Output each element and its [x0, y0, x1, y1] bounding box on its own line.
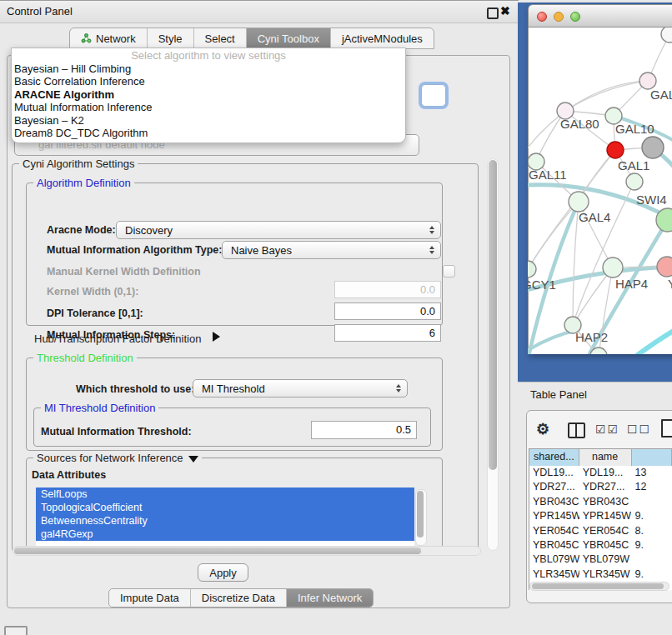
- network-icon: [81, 33, 92, 43]
- settings-vertical-scrollbar[interactable]: [487, 158, 499, 551]
- network-edge: [565, 81, 648, 111]
- table-cell: YBL079W: [529, 552, 579, 567]
- table-cell: 12: [631, 480, 672, 494]
- table-row[interactable]: YLR345WYLR345W9.: [529, 568, 672, 582]
- table-header: shared...name: [529, 449, 672, 466]
- columns-icon-divider: [575, 424, 577, 437]
- tab-discretize-data[interactable]: Discretize Data: [190, 589, 286, 607]
- combo-arrows-icon: [429, 246, 434, 254]
- network-window-titlebar[interactable]: [528, 4, 672, 28]
- mi-threshold-field[interactable]: 0.5: [311, 421, 417, 439]
- tab-jactivemnodules[interactable]: jActiveMNodules: [330, 28, 434, 48]
- attribute-item-topologicalcoefficient[interactable]: TopologicalCoefficient: [36, 501, 414, 514]
- aracne-mode-combobox[interactable]: Discovery: [116, 221, 441, 239]
- node-label: GAL11: [529, 168, 567, 182]
- tab-network[interactable]: Network: [70, 28, 147, 48]
- node-gal1[interactable]: [607, 142, 624, 158]
- attribute-item-gal4rgexp[interactable]: gal4RGexp: [36, 528, 414, 541]
- minimized-frame-icon[interactable]: [4, 626, 28, 635]
- node-hap4[interactable]: [603, 258, 623, 278]
- table-row[interactable]: YDR27...YDR27...12: [529, 480, 672, 494]
- document-icon[interactable]: [661, 419, 672, 438]
- which-threshold-combobox[interactable]: MI Threshold: [193, 379, 408, 398]
- tab-impute-data[interactable]: Impute Data: [109, 589, 190, 607]
- algorithm-option-aracne-algorithm[interactable]: ARACNE Algorithm: [12, 88, 405, 101]
- scrollbar-thumb[interactable]: [417, 491, 424, 538]
- dpi-tolerance-field[interactable]: 0.0: [334, 302, 441, 320]
- zoom-traffic-light[interactable]: [570, 12, 580, 22]
- table-cell: [631, 552, 672, 567]
- column-header-clipped[interactable]: [632, 449, 672, 466]
- tab-cyni-toolbox[interactable]: Cyni Toolbox: [246, 28, 330, 48]
- table-cell: YBR043C: [579, 495, 632, 509]
- deselect-all-checkboxes-icon[interactable]: ☐☐: [627, 422, 651, 436]
- minimize-traffic-light[interactable]: [554, 12, 564, 22]
- node-gcy1[interactable]: [528, 261, 536, 278]
- collapse-arrow-icon[interactable]: [188, 456, 198, 462]
- tab-style[interactable]: Style: [147, 28, 193, 48]
- threshold-definition-group: Threshold Definition Which threshold to …: [26, 358, 443, 451]
- tab-infer-network[interactable]: Infer Network: [286, 589, 373, 607]
- table-cell: YBR045C: [529, 538, 579, 552]
- float-window-icon[interactable]: [487, 8, 499, 19]
- column-header-shared[interactable]: shared...: [529, 449, 579, 466]
- table-row[interactable]: YBR045CYBR045C9.: [529, 538, 672, 552]
- column-header-name[interactable]: name: [579, 449, 632, 466]
- mi-threshold-definition-group: MI Threshold Definition Mutual Informati…: [33, 408, 431, 447]
- tab-label: Style: [158, 32, 183, 45]
- algorithm-option-bayesian-k2[interactable]: Bayesian – K2: [12, 114, 405, 127]
- table-row[interactable]: YDL19...YDL19...13: [529, 466, 672, 480]
- node-label: GAL10: [615, 122, 654, 136]
- algorithm-definition-title: Algorithm Definition: [33, 177, 134, 189]
- algorithm-option-bayesian-hill-climbing[interactable]: Bayesian – Hill Climbing: [12, 62, 405, 75]
- node-unlabeled[interactable]: [642, 137, 664, 158]
- close-icon[interactable]: ✖: [500, 4, 510, 18]
- node-label: GCY1: [528, 278, 556, 292]
- settings-horizontal-scrollbar[interactable]: [13, 546, 481, 556]
- mi-type-label: Mutual Information Algorithm Type:: [47, 244, 222, 256]
- manual-kernel-label: Manual Kernel Width Definition: [47, 266, 201, 278]
- scrollbar-thumb[interactable]: [14, 548, 421, 554]
- attribute-item-betweennesscentrality[interactable]: BetweennessCentrality: [36, 514, 414, 528]
- algorithm-option-mutual-information-inference[interactable]: Mutual Information Inference: [12, 101, 405, 113]
- table-cell: 13: [631, 466, 672, 480]
- algorithm-option-basic-correlation-inference[interactable]: Basic Correlation Inference: [12, 75, 405, 88]
- table-row[interactable]: YBR043CYBR043C: [529, 495, 672, 509]
- algorithm-option-dream8-dc-tdc-algorithm[interactable]: Dream8 DC_TDC Algorithm: [12, 127, 405, 139]
- node-unlabeled[interactable]: [626, 173, 643, 190]
- tab-label: Network: [96, 32, 136, 45]
- mi-type-combobox[interactable]: Naive Bayes: [222, 241, 441, 259]
- mi-steps-field[interactable]: 6: [334, 324, 441, 342]
- scrollbar-thumb[interactable]: [489, 160, 497, 470]
- node-gal[interactable]: [639, 72, 656, 89]
- apply-button[interactable]: Apply: [198, 563, 248, 582]
- attributes-scrollbar[interactable]: [415, 489, 427, 546]
- cyni-settings-title: Cyni Algorithm Settings: [19, 158, 138, 170]
- aracne-mode-value: Discovery: [125, 222, 173, 239]
- attribute-item-selfloops[interactable]: SelfLoops: [36, 488, 414, 501]
- node-label: GAL1: [618, 158, 649, 172]
- table-horizontal-scrollbar[interactable]: [529, 582, 669, 591]
- table-cell: YDL19...: [529, 466, 579, 480]
- table-row[interactable]: YPR145WYPR145W9.: [529, 509, 672, 523]
- sources-group: Sources for Network Inference Data Attri…: [26, 458, 443, 550]
- manual-kernel-checkbox[interactable]: [443, 265, 455, 278]
- tab-label: jActiveMNodules: [342, 32, 423, 45]
- tab-select[interactable]: Select: [193, 28, 246, 48]
- table-cell: YBL079W: [579, 552, 632, 567]
- node-y[interactable]: [657, 257, 672, 277]
- scrollbar-thumb[interactable]: [532, 583, 664, 589]
- select-all-checkboxes-icon[interactable]: ☑☑: [595, 422, 619, 436]
- close-traffic-light[interactable]: [537, 12, 547, 22]
- expand-arrow-icon[interactable]: [213, 332, 220, 342]
- table-row[interactable]: YER054CYER054C8.: [529, 524, 672, 538]
- table-cell: YDL19...: [579, 466, 632, 480]
- table-row[interactable]: YBL079WYBL079W: [529, 552, 672, 567]
- gear-icon[interactable]: ⚙: [536, 420, 549, 438]
- columns-icon[interactable]: [568, 422, 585, 438]
- node-gal4[interactable]: [569, 192, 589, 212]
- algorithm-combobox-button[interactable]: [421, 84, 446, 107]
- table-body: YDL19...YDL19...13YDR27...YDR27...12YBR0…: [529, 466, 672, 590]
- node-unlabeled[interactable]: [661, 28, 672, 42]
- kernel-width-field[interactable]: 0.0: [334, 281, 441, 298]
